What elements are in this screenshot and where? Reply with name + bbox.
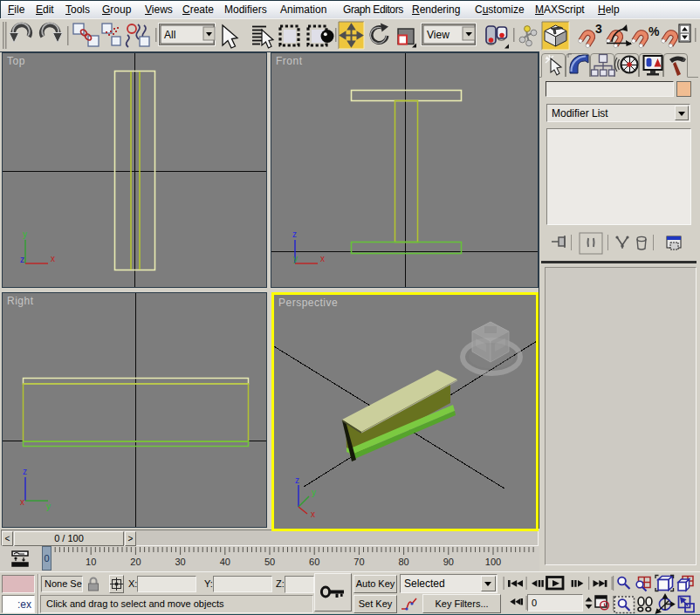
svg-text:90: 90 <box>443 557 454 567</box>
svg-text:x: x <box>320 254 325 263</box>
svg-text:z: z <box>295 475 299 485</box>
svg-text:x: x <box>311 509 315 519</box>
svg-text:y: y <box>46 502 51 511</box>
svg-text:30: 30 <box>175 557 185 567</box>
svg-text:All: All <box>164 29 175 41</box>
svg-text:z: z <box>20 255 24 264</box>
svg-text:40: 40 <box>220 557 230 567</box>
svg-text:z: z <box>23 467 27 476</box>
svg-text:%: % <box>649 24 660 38</box>
svg-text:View: View <box>427 29 450 41</box>
svg-text:3: 3 <box>595 22 602 36</box>
svg-text:y: y <box>293 254 298 263</box>
svg-text:60: 60 <box>309 557 319 567</box>
svg-text:z: z <box>292 229 297 239</box>
svg-text:20: 20 <box>130 557 141 567</box>
svg-text:70: 70 <box>353 557 364 567</box>
svg-text:x: x <box>20 497 24 507</box>
svg-text:80: 80 <box>398 557 408 567</box>
svg-text:y: y <box>23 229 27 239</box>
svg-text:x: x <box>51 254 55 263</box>
svg-text:100: 100 <box>485 557 501 567</box>
svg-text:y: y <box>312 488 316 497</box>
svg-text:50: 50 <box>264 557 275 567</box>
svg-text:10: 10 <box>86 557 96 567</box>
